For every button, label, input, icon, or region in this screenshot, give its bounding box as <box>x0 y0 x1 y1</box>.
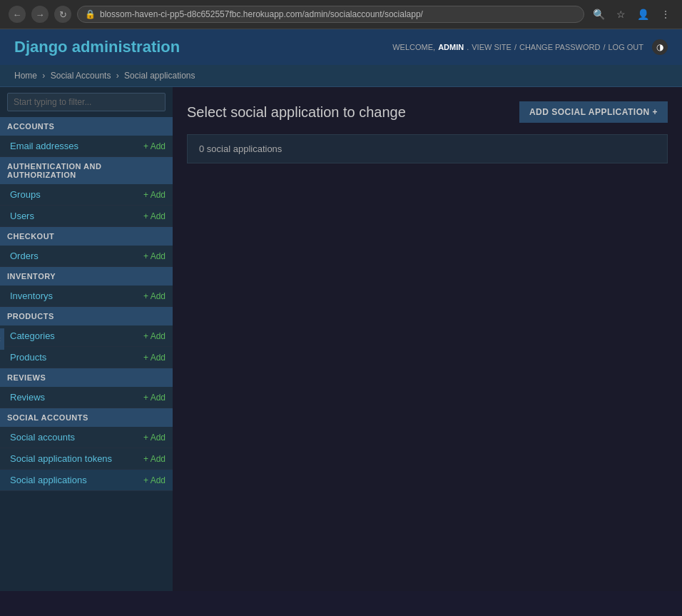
main-layout: ACCOUNTS Email addresses + Add AUTHENTIC… <box>0 87 682 591</box>
sidebar-item-social-applications[interactable]: Social applications + Add <box>0 470 173 491</box>
sidebar-item-products[interactable]: Products + Add <box>0 347 173 368</box>
social-applications-link[interactable]: Social applications <box>10 475 87 485</box>
orders-add[interactable]: + Add <box>143 251 166 261</box>
sidebar-item-categories[interactable]: Categories + Add <box>0 325 173 347</box>
section-auth: AUTHENTICATION AND AUTHORIZATION <box>0 157 173 184</box>
address-bar[interactable]: 🔒 blossom-haven-ci-pp5-d8c652557fbc.hero… <box>77 6 584 23</box>
sidebar-collapse-button[interactable]: « <box>0 328 4 350</box>
breadcrumb-home[interactable]: Home <box>14 71 37 81</box>
search-icon[interactable]: 🔍 <box>590 7 608 21</box>
forward-button[interactable]: → <box>31 6 49 23</box>
admin-header: Django administration WELCOME, ADMIN. VI… <box>0 29 682 65</box>
sidebar-item-orders[interactable]: Orders + Add <box>0 246 173 267</box>
welcome-prefix: WELCOME, <box>392 43 435 51</box>
social-application-tokens-add[interactable]: + Add <box>143 454 166 464</box>
content-header: Select social application to change ADD … <box>187 101 668 123</box>
reviews-link[interactable]: Reviews <box>10 392 45 403</box>
breadcrumb-current: Social applications <box>124 71 195 81</box>
inventorys-link[interactable]: Inventorys <box>10 291 53 301</box>
results-count: 0 social applications <box>187 134 668 163</box>
bookmark-icon[interactable]: ☆ <box>614 7 628 21</box>
content-area: Select social application to change ADD … <box>173 87 682 591</box>
orders-link[interactable]: Orders <box>10 251 39 261</box>
products-link[interactable]: Products <box>10 352 46 363</box>
section-products: PRODUCTS <box>0 307 173 325</box>
logout-link[interactable]: LOG OUT <box>608 43 643 51</box>
user-info: WELCOME, ADMIN. VIEW SITE / CHANGE PASSW… <box>392 39 668 55</box>
browser-icons: 🔍 ☆ 👤 ⋮ <box>590 7 673 21</box>
section-inventory: INVENTORY <box>0 267 173 286</box>
sidebar-item-email-addresses[interactable]: Email addresses + Add <box>0 136 173 157</box>
email-addresses-add[interactable]: + Add <box>143 141 166 151</box>
profile-icon[interactable]: 👤 <box>634 7 652 21</box>
categories-link[interactable]: Categories <box>10 330 55 341</box>
sidebar-filter-input[interactable] <box>7 93 166 111</box>
inventorys-add[interactable]: + Add <box>143 291 166 301</box>
username: ADMIN <box>438 43 464 51</box>
view-site-link[interactable]: VIEW SITE <box>472 43 511 51</box>
social-accounts-link[interactable]: Social accounts <box>10 432 75 443</box>
sidebar-filter-container <box>0 87 173 117</box>
sidebar-item-reviews[interactable]: Reviews + Add <box>0 387 173 408</box>
back-button[interactable]: ← <box>9 6 26 23</box>
section-checkout: CHECKOUT <box>0 227 173 246</box>
section-reviews: REVIEWS <box>0 368 173 387</box>
groups-add[interactable]: + Add <box>143 190 166 200</box>
refresh-button[interactable]: ↻ <box>54 6 71 23</box>
sidebar-item-inventorys[interactable]: Inventorys + Add <box>0 286 173 307</box>
section-social-accounts: SOCIAL ACCOUNTS <box>0 408 173 427</box>
sidebar-item-groups[interactable]: Groups + Add <box>0 184 173 206</box>
page-title: Select social application to change <box>187 104 406 121</box>
breadcrumb-social-accounts[interactable]: Social Accounts <box>51 71 111 81</box>
lock-icon: 🔒 <box>85 9 96 19</box>
section-accounts: ACCOUNTS <box>0 117 173 136</box>
menu-icon[interactable]: ⋮ <box>658 7 673 21</box>
sidebar-item-social-accounts[interactable]: Social accounts + Add <box>0 427 173 448</box>
change-password-link[interactable]: CHANGE PASSWORD <box>519 43 600 51</box>
groups-link[interactable]: Groups <box>10 189 41 200</box>
add-social-application-button[interactable]: ADD SOCIAL APPLICATION + <box>519 101 668 123</box>
social-application-tokens-link[interactable]: Social application tokens <box>10 453 112 464</box>
url-text: blossom-haven-ci-pp5-d8c652557fbc.heroku… <box>100 9 423 19</box>
products-add[interactable]: + Add <box>143 353 166 363</box>
users-add[interactable]: + Add <box>143 211 166 221</box>
categories-add[interactable]: + Add <box>143 331 166 341</box>
email-addresses-link[interactable]: Email addresses <box>10 141 78 151</box>
reviews-add[interactable]: + Add <box>143 393 166 403</box>
sidebar: ACCOUNTS Email addresses + Add AUTHENTIC… <box>0 87 173 591</box>
breadcrumb: Home › Social Accounts › Social applicat… <box>0 65 682 87</box>
admin-title: Django administration <box>14 38 180 56</box>
users-link[interactable]: Users <box>10 211 34 221</box>
social-applications-add[interactable]: + Add <box>143 475 166 485</box>
browser-chrome: ← → ↻ 🔒 blossom-haven-ci-pp5-d8c652557fb… <box>0 0 682 29</box>
theme-toggle-button[interactable]: ◑ <box>652 39 668 55</box>
social-accounts-add[interactable]: + Add <box>143 433 166 443</box>
sidebar-item-users[interactable]: Users + Add <box>0 206 173 227</box>
sidebar-item-social-application-tokens[interactable]: Social application tokens + Add <box>0 448 173 470</box>
